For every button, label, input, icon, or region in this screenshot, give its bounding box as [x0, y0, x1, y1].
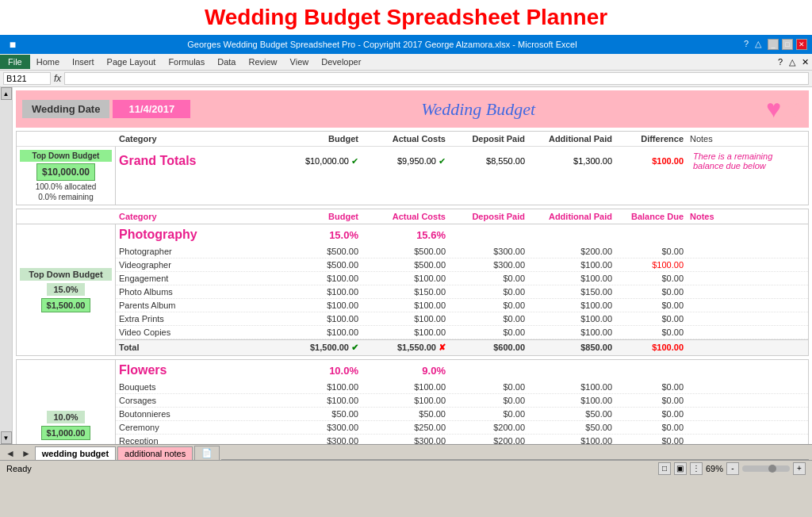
- menu-bar: File Home Insert Page Layout Formulas Da…: [0, 54, 812, 71]
- excel-icon: ■: [5, 36, 21, 52]
- menu-file[interactable]: File: [0, 55, 30, 69]
- menu-review[interactable]: Review: [242, 55, 283, 69]
- zoom-out-button[interactable]: -: [726, 462, 739, 475]
- window-controls: ? △ _ □ ✕: [744, 39, 807, 50]
- cat-col-notes: Notes: [687, 211, 808, 222]
- photo-actual-x: ✘: [439, 343, 446, 352]
- minimize-button[interactable]: _: [768, 39, 779, 50]
- flowers-outer: 10.0% $1,000.00 Flowers 10.0% 9.0% Bouqu…: [17, 360, 808, 444]
- help-icon[interactable]: ?: [744, 39, 749, 50]
- sheet-tab-wedding-budget[interactable]: wedding budget: [35, 446, 116, 460]
- photo-row-1: Photographer $500.00 $500.00 $300.00 $20…: [116, 245, 808, 258]
- photo-row-5: Parents Album $100.00 $100.00 $0.00 $100…: [116, 299, 808, 312]
- status-ready: Ready: [6, 464, 32, 473]
- zoom-percentage: 69%: [706, 464, 723, 473]
- col-header-actual: Actual Costs: [362, 133, 449, 144]
- menu-formulas[interactable]: Formulas: [162, 55, 211, 69]
- heart-pink-icon: ♥: [766, 94, 781, 124]
- scroll-down-button[interactable]: ▼: [1, 431, 12, 444]
- grand-totals-header: Category Budget Actual Costs Deposit Pai…: [17, 132, 808, 147]
- sheet-prev-button[interactable]: ◄: [3, 447, 17, 460]
- flower-row-2: Corsages $100.00 $100.00 $0.00 $100.00 $…: [116, 394, 808, 408]
- view-page-layout-button[interactable]: ▣: [674, 462, 687, 475]
- cat-col-balance: Balance Due: [615, 211, 687, 222]
- grand-totals-right: Grand Totals $10,000.00 ✔ $9,950.00 ✔ $8…: [116, 147, 808, 205]
- grand-totals-name: Grand Totals: [116, 152, 274, 170]
- cat-col-actual: Actual Costs: [362, 211, 449, 222]
- flower-row-3: Boutonnieres $50.00 $50.00 $0.00 $50.00 …: [116, 408, 808, 421]
- cat-col-budget: Budget: [274, 211, 362, 222]
- close-icon[interactable]: ✕: [799, 57, 812, 67]
- col-header-additional: Additional Paid: [528, 133, 615, 144]
- help-menu-icon[interactable]: ?: [775, 57, 786, 67]
- bottom-area: ◄ ► wedding budget additional notes 📄 Re…: [0, 444, 812, 476]
- menu-page-layout[interactable]: Page Layout: [101, 55, 163, 69]
- grand-difference-val: $100.00: [615, 155, 687, 167]
- wedding-date-value: 11/4/2017: [113, 100, 190, 118]
- scroll-up-button[interactable]: ▲: [1, 87, 12, 100]
- photography-sidebar: Top Down Budget 15.0% $1,500.00: [17, 224, 116, 355]
- sheet-tab-additional-notes[interactable]: additional notes: [117, 446, 193, 460]
- sheet-next-button[interactable]: ►: [19, 447, 33, 460]
- menu-view[interactable]: View: [284, 55, 316, 69]
- zoom-slider-thumb[interactable]: [768, 465, 776, 473]
- zoom-slider[interactable]: [742, 465, 790, 472]
- cat-col-additional: Additional Paid: [528, 211, 615, 222]
- flowers-actual-pct: 9.0%: [362, 363, 449, 378]
- window-title: Georges Wedding Budget Spreadsheet Pro -…: [21, 40, 744, 49]
- view-page-break-button[interactable]: ⋮: [690, 462, 703, 475]
- flower-row-4: Ceremony $300.00 $250.00 $200.00 $50.00 …: [116, 421, 808, 435]
- zoom-in-button[interactable]: +: [793, 462, 806, 475]
- maximize-button[interactable]: □: [782, 39, 793, 50]
- flowers-sidebar: 10.0% $1,000.00: [17, 360, 116, 444]
- formula-input[interactable]: [64, 72, 809, 85]
- view-normal-button[interactable]: □: [658, 462, 671, 475]
- close-button[interactable]: ✕: [796, 39, 807, 50]
- photo-pct: 15.0%: [47, 283, 84, 296]
- status-right-controls: □ ▣ ⋮ 69% - +: [658, 462, 806, 475]
- photography-outer: Top Down Budget 15.0% $1,500.00 Photogra…: [17, 224, 808, 355]
- grand-note: There is a remaining balance due below: [687, 150, 808, 172]
- actual-check-icon: ✔: [439, 156, 446, 166]
- minimize-ribbon-icon[interactable]: △: [786, 57, 799, 67]
- flowers-name-row: Flowers 10.0% 9.0%: [116, 360, 808, 381]
- photography-right: Photography 15.0% 15.6% Photographer $50…: [116, 224, 808, 355]
- grand-budget-amount: $10,000.00: [36, 163, 95, 181]
- spreadsheet-content: Wedding Date 11/4/2017 Wedding Budget ♥ …: [13, 87, 812, 444]
- cell-reference-input[interactable]: [3, 72, 51, 85]
- ribbon-toggle[interactable]: △: [755, 39, 761, 50]
- grand-totals-section: Category Budget Actual Costs Deposit Pai…: [16, 131, 809, 205]
- page-main-title: Wedding Budget Spreadsheet Planner: [0, 0, 812, 35]
- top-down-label: Top Down Budget: [20, 150, 112, 162]
- photo-total-row: Total $1,500.00 ✔ $1,550.00 ✘ $600.00 $8…: [116, 339, 808, 355]
- grand-totals-data: Top Down Budget $10,000.00 100.0% alloca…: [17, 147, 808, 205]
- flowers-pct: 10.0%: [47, 411, 84, 423]
- photo-row-6: Extra Prints $100.00 $100.00 $0.00 $100.…: [116, 312, 808, 326]
- photo-row-3: Engagement $100.00 $100.00 $0.00 $100.00…: [116, 272, 808, 285]
- allocated-text: 100.0% allocated: [36, 182, 97, 191]
- photo-amount: $1,500.00: [41, 298, 91, 312]
- sheet-tab-new[interactable]: 📄: [194, 446, 220, 460]
- heart-light-icon: ♥: [787, 94, 802, 124]
- budget-check-icon: ✔: [351, 156, 358, 166]
- col-header-budget: Budget: [274, 133, 362, 144]
- menu-home[interactable]: Home: [30, 55, 66, 69]
- gt-header-left: [17, 133, 116, 144]
- flower-row-5: Reception $300.00 $300.00 $200.00 $100.0…: [116, 435, 808, 444]
- heart-icons-area: ♥ ♥: [766, 94, 802, 124]
- menu-data[interactable]: Data: [211, 55, 242, 69]
- sheet-tabs-bar: ◄ ► wedding budget additional notes 📄: [0, 444, 812, 460]
- remaining-text: 0.0% remaining: [38, 193, 93, 201]
- menu-insert[interactable]: Insert: [66, 55, 101, 69]
- cat-col-category: Category: [116, 211, 274, 222]
- vertical-scroll-area[interactable]: ▲ ▼: [0, 87, 13, 444]
- status-bar: Ready □ ▣ ⋮ 69% - +: [0, 460, 812, 476]
- cat-header-left: [17, 211, 116, 222]
- wedding-date-label: Wedding Date: [22, 100, 109, 118]
- menu-developer[interactable]: Developer: [315, 55, 367, 69]
- photo-row-2: Videographer $500.00 $500.00 $300.00 $10…: [116, 258, 808, 272]
- grand-deposit-val: $8,550.00: [449, 155, 528, 167]
- flowers-amount: $1,000.00: [41, 426, 91, 440]
- grand-totals-sidebar: Top Down Budget $10,000.00 100.0% alloca…: [17, 147, 116, 205]
- col-header-difference: Difference: [615, 133, 687, 144]
